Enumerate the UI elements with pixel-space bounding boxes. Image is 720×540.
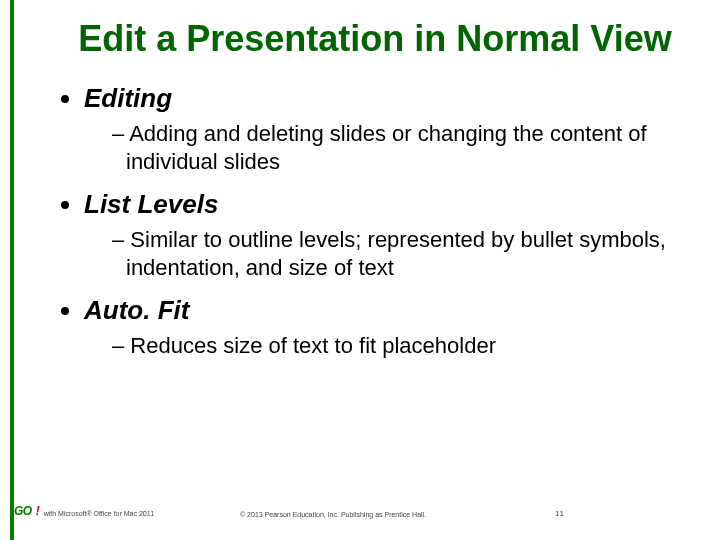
list-subtext: – Adding and deleting slides or changing…	[112, 120, 690, 175]
list-item: List Levels – Similar to outline levels;…	[84, 189, 690, 281]
brand-subtext: with Microsoft® Office for Mac 2011	[44, 510, 155, 518]
slide-title: Edit a Presentation in Normal View	[60, 18, 690, 59]
list-heading: List Levels	[84, 189, 218, 219]
brand: GO! with Microsoft® Office for Mac 2011	[14, 504, 155, 518]
page-number: 11	[555, 509, 564, 518]
list-item: Auto. Fit – Reduces size of text to fit …	[84, 295, 690, 360]
list-heading: Auto. Fit	[84, 295, 189, 325]
bullet-list: Editing – Adding and deleting slides or …	[60, 83, 690, 360]
footer: GO! with Microsoft® Office for Mac 2011 …	[0, 498, 720, 518]
list-subtext: – Reduces size of text to fit placeholde…	[112, 332, 690, 360]
slide: Edit a Presentation in Normal View Editi…	[0, 0, 720, 540]
list-item: Editing – Adding and deleting slides or …	[84, 83, 690, 175]
copyright-text: © 2013 Pearson Education, Inc. Publishin…	[240, 511, 426, 518]
brand-bang-text: !	[36, 504, 40, 518]
brand-go-text: GO	[14, 504, 32, 518]
side-rule	[10, 0, 14, 540]
list-heading: Editing	[84, 83, 172, 113]
list-subtext: – Similar to outline levels; represented…	[112, 226, 690, 281]
